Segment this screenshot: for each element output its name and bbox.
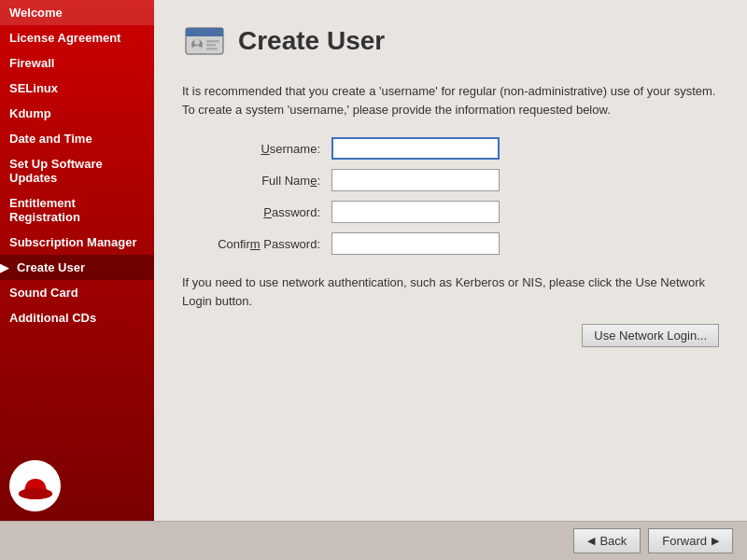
sidebar-item-label: License Agreement — [9, 31, 120, 45]
sidebar-item-software-updates[interactable]: Set Up Software Updates — [0, 151, 154, 190]
fullname-label: Full Name: — [182, 174, 331, 188]
sidebar: Welcome License Agreement Firewall SELin… — [0, 0, 154, 521]
sidebar-item-label: Create User — [17, 260, 85, 274]
sidebar-item-label: Date and Time — [9, 132, 92, 146]
page-description: It is recommended that you create a 'use… — [182, 82, 719, 119]
sidebar-item-welcome[interactable]: Welcome — [0, 0, 154, 25]
sidebar-item-license[interactable]: License Agreement — [0, 25, 154, 50]
sidebar-item-sound-card[interactable]: Sound Card — [0, 280, 154, 305]
confirm-password-row: Confirm Password: — [182, 232, 719, 255]
sidebar-item-label: SELinux — [9, 81, 58, 95]
sidebar-item-subscription[interactable]: Subscription Manager — [0, 230, 154, 255]
password-label: Password: — [182, 205, 331, 219]
sidebar-nav: Welcome License Agreement Firewall SELin… — [0, 0, 154, 521]
fullname-row: Full Name: — [182, 169, 719, 191]
back-button[interactable]: ◀ Back — [573, 528, 641, 553]
create-user-icon — [182, 19, 227, 63]
forward-arrow-icon: ▶ — [712, 535, 719, 547]
page-title: Create User — [238, 26, 385, 56]
bottom-nav: ◀ Back Forward ▶ — [0, 521, 747, 560]
fullname-input[interactable] — [331, 169, 500, 191]
username-label: Username: — [182, 142, 331, 156]
password-row: Password: — [182, 201, 719, 223]
svg-rect-4 — [186, 33, 223, 36]
svg-rect-8 — [206, 48, 218, 50]
sidebar-item-label: Firewall — [9, 56, 54, 70]
forward-label: Forward — [662, 534, 707, 548]
svg-rect-6 — [206, 40, 219, 43]
sidebar-item-label: Entitlement Registration — [9, 196, 80, 224]
username-input[interactable] — [331, 137, 500, 160]
svg-point-10 — [192, 46, 202, 51]
create-user-form: Username: Full Name: Password: Confirm P… — [182, 137, 719, 255]
confirm-password-input[interactable] — [331, 232, 500, 255]
sidebar-item-selinux[interactable]: SELinux — [0, 76, 154, 101]
back-arrow-icon: ◀ — [587, 535, 595, 547]
sidebar-item-label: Welcome — [9, 6, 63, 20]
sidebar-item-kdump[interactable]: Kdump — [0, 101, 154, 126]
sidebar-item-label: Subscription Manager — [9, 235, 137, 249]
confirm-password-label: Confirm Password: — [182, 237, 331, 251]
username-row: Username: — [182, 137, 719, 160]
sidebar-item-firewall[interactable]: Firewall — [0, 50, 154, 76]
network-button-row: Use Network Login... — [182, 324, 719, 347]
sidebar-item-datetime[interactable]: Date and Time — [0, 126, 154, 151]
svg-point-1 — [19, 488, 52, 499]
sidebar-item-create-user[interactable]: ▶ Create User — [0, 255, 154, 280]
active-arrow-icon: ▶ — [0, 261, 8, 274]
network-login-button[interactable]: Use Network Login... — [582, 324, 719, 347]
back-label: Back — [599, 534, 627, 548]
svg-rect-7 — [206, 44, 216, 47]
svg-point-9 — [194, 39, 200, 45]
forward-button[interactable]: Forward ▶ — [648, 528, 733, 553]
sidebar-item-label: Sound Card — [9, 286, 78, 300]
content-area: Create User It is recommended that you c… — [154, 0, 747, 521]
network-note: If you need to use network authenticatio… — [182, 273, 719, 310]
redhat-logo — [9, 460, 61, 511]
sidebar-item-label: Set Up Software Updates — [9, 157, 103, 185]
sidebar-item-entitlement[interactable]: Entitlement Registration — [0, 190, 154, 230]
sidebar-item-label: Kdump — [9, 106, 51, 120]
sidebar-item-label: Additional CDs — [9, 311, 96, 325]
password-input[interactable] — [331, 201, 500, 223]
sidebar-item-additional-cds[interactable]: Additional CDs — [0, 305, 154, 330]
page-header: Create User — [182, 19, 719, 63]
